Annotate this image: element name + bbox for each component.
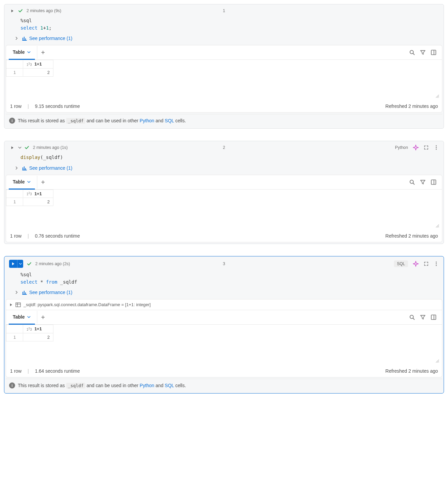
- assistant-icon[interactable]: [413, 145, 419, 151]
- search-icon[interactable]: [409, 49, 415, 55]
- fullscreen-icon[interactable]: [423, 261, 429, 266]
- info-icon: i: [9, 118, 15, 124]
- bar-chart-icon: [22, 36, 27, 41]
- svg-point-10: [436, 263, 437, 264]
- panel-icon[interactable]: [431, 49, 437, 55]
- refreshed-label: Refreshed 2 minutes ago: [386, 233, 438, 239]
- cell-header: 2 minutes ago (1s)2Python: [4, 141, 444, 152]
- code-editor[interactable]: %sql select * from _sqldf: [4, 269, 444, 288]
- row-count: 1 row: [10, 233, 21, 239]
- python-link[interactable]: Python: [140, 118, 154, 123]
- assistant-icon[interactable]: [413, 261, 419, 267]
- column-name: 1+1: [34, 62, 42, 67]
- language-label[interactable]: Python: [395, 145, 408, 150]
- search-icon[interactable]: [409, 179, 415, 185]
- success-check-icon: [18, 8, 23, 13]
- result-tabs: Table: [6, 45, 442, 60]
- table-row[interactable]: 1 2: [6, 333, 53, 341]
- code-editor[interactable]: display(_sqldf): [4, 152, 444, 163]
- info-text: This result is stored as _sqldf and can …: [18, 383, 186, 388]
- refreshed-label: Refreshed 2 minutes ago: [386, 104, 438, 109]
- runtime-label: 9.15 seconds runtime: [35, 104, 80, 109]
- filter-icon[interactable]: [420, 179, 426, 185]
- table-row[interactable]: 1 2: [6, 198, 53, 206]
- info-icon: i: [9, 382, 15, 388]
- chevron-right-icon: [14, 166, 18, 170]
- data-table-area: 123 1+1 1 2: [6, 190, 442, 230]
- fullscreen-icon[interactable]: [423, 145, 429, 150]
- see-performance-link[interactable]: See performance (1): [4, 34, 444, 45]
- kebab-menu-icon[interactable]: [434, 145, 439, 150]
- cell-toolbar: SQL: [394, 260, 439, 267]
- add-tab-button[interactable]: [37, 46, 49, 59]
- filter-icon[interactable]: [420, 49, 426, 55]
- code-editor[interactable]: %sql select 1+1;: [4, 15, 444, 34]
- column-header[interactable]: 123 1+1: [23, 190, 53, 198]
- variable-chip: _sqldf: [66, 118, 85, 124]
- table-tab[interactable]: Table: [9, 310, 35, 325]
- sql-link[interactable]: SQL: [165, 383, 174, 388]
- schema-output[interactable]: _sqldf: pyspark.sql.connect.dataframe.Da…: [6, 299, 442, 310]
- number-type-icon: 123: [27, 328, 32, 331]
- perf-label: See performance (1): [29, 36, 72, 41]
- notebook-cell: 2 minutes ago (9s)1 %sql select 1+1; See…: [4, 4, 444, 129]
- resize-handle-icon[interactable]: [435, 223, 439, 228]
- svg-point-3: [436, 146, 437, 147]
- column-name: 1+1: [34, 327, 42, 332]
- result-tabs: Table: [6, 175, 442, 190]
- perf-label: See performance (1): [29, 290, 72, 295]
- bar-chart-icon: [22, 165, 27, 171]
- row-count: 1 row: [10, 104, 21, 109]
- kebab-menu-icon[interactable]: [434, 261, 439, 266]
- data-table-area: 123 1+1 1 2: [6, 325, 442, 365]
- add-tab-button[interactable]: [37, 176, 49, 189]
- table-tab[interactable]: Table: [9, 45, 35, 60]
- success-check-icon: [27, 261, 32, 266]
- data-table-area: 123 1+1 1 2: [6, 60, 442, 100]
- result-footer: 1 row | 9.15 seconds runtime Refreshed 2…: [6, 100, 442, 112]
- run-button[interactable]: [9, 145, 15, 151]
- svg-rect-12: [16, 303, 20, 307]
- search-icon[interactable]: [409, 314, 415, 320]
- cell-header: 2 minutes ago (9s)1: [4, 4, 444, 15]
- see-performance-link[interactable]: See performance (1): [4, 163, 444, 175]
- filter-icon[interactable]: [420, 314, 426, 320]
- cell-timestamp: 2 minutes ago (2s): [35, 261, 70, 266]
- column-header[interactable]: 123 1+1: [23, 60, 53, 68]
- cell-number: 2: [223, 145, 225, 150]
- row-number: 1: [6, 68, 23, 76]
- data-table: 123 1+1 1 2: [6, 325, 53, 341]
- panel-icon[interactable]: [431, 314, 437, 320]
- resize-handle-icon[interactable]: [435, 93, 439, 98]
- chevron-down-icon: [27, 50, 31, 54]
- resize-handle-icon[interactable]: [435, 358, 439, 363]
- table-row[interactable]: 1 2: [6, 68, 53, 76]
- result-tabs: Table: [6, 310, 442, 325]
- refreshed-label: Refreshed 2 minutes ago: [386, 368, 438, 374]
- run-button[interactable]: [9, 8, 15, 14]
- panel-icon[interactable]: [431, 179, 437, 185]
- run-button[interactable]: [9, 260, 17, 268]
- expand-chevron[interactable]: [18, 146, 22, 150]
- chevron-down-icon: [27, 315, 31, 319]
- data-table: 123 1+1 1 2: [6, 60, 53, 76]
- table-tab[interactable]: Table: [9, 175, 35, 190]
- info-text: This result is stored as _sqldf and can …: [18, 118, 186, 123]
- svg-point-5: [436, 149, 437, 150]
- svg-point-11: [436, 265, 437, 266]
- python-link[interactable]: Python: [140, 383, 154, 388]
- run-menu-button[interactable]: [17, 260, 23, 268]
- sql-link[interactable]: SQL: [165, 118, 174, 123]
- result-footer: 1 row | 1.64 seconds runtime Refreshed 2…: [6, 365, 442, 377]
- triangle-right-icon: [9, 303, 13, 306]
- cell-value: 2: [23, 198, 53, 206]
- svg-rect-16: [431, 315, 436, 320]
- chevron-right-icon: [14, 36, 18, 40]
- column-header[interactable]: 123 1+1: [23, 325, 53, 333]
- language-pill[interactable]: SQL: [394, 260, 408, 267]
- cell-toolbar: Python: [395, 145, 439, 151]
- result-panel: Table 123 1+1 1 2: [6, 175, 442, 242]
- add-tab-button[interactable]: [37, 311, 49, 324]
- schema-text: _sqldf: pyspark.sql.connect.dataframe.Da…: [24, 302, 151, 307]
- see-performance-link[interactable]: See performance (1): [4, 288, 444, 299]
